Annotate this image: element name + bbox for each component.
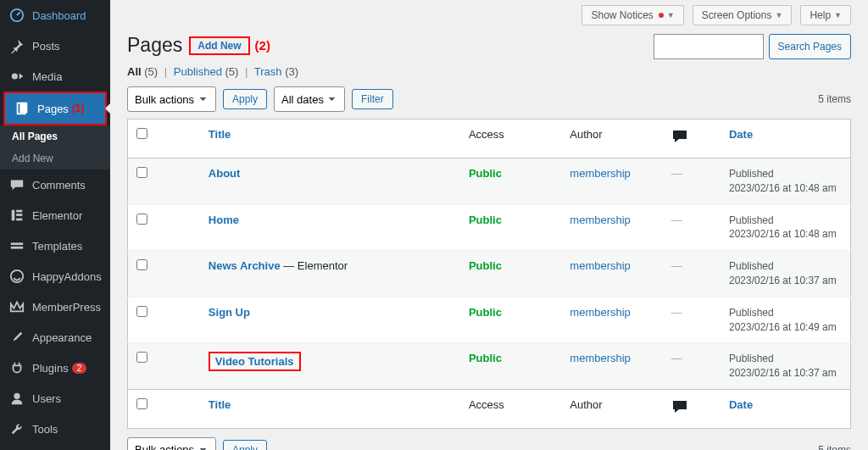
menu-settings[interactable]: Settings bbox=[0, 444, 110, 450]
caret-down-icon: ▼ bbox=[775, 11, 782, 19]
annotation: (2) bbox=[255, 38, 270, 53]
user-icon bbox=[8, 390, 25, 407]
submenu-add-new[interactable]: Add New bbox=[0, 147, 110, 169]
svg-rect-8 bbox=[16, 219, 22, 221]
col-author: Author bbox=[561, 389, 662, 428]
memberpress-icon bbox=[8, 298, 25, 315]
menu-templates[interactable]: Templates bbox=[0, 231, 110, 261]
comment-count: — bbox=[671, 214, 682, 226]
menu-label: Pages bbox=[37, 103, 69, 115]
apply-button-bottom[interactable]: Apply bbox=[223, 440, 267, 450]
menu-comments[interactable]: Comments bbox=[0, 169, 110, 200]
item-count: 5 items bbox=[818, 444, 851, 450]
svg-line-1 bbox=[17, 12, 20, 15]
row-checkbox[interactable] bbox=[136, 306, 147, 317]
menu-memberpress[interactable]: MemberPress bbox=[0, 292, 110, 322]
media-icon bbox=[8, 68, 25, 85]
wrench-icon bbox=[8, 420, 25, 437]
search-input[interactable] bbox=[654, 34, 764, 59]
page-title-link[interactable]: About bbox=[209, 167, 241, 180]
access-label: Public bbox=[469, 306, 502, 319]
elementor-icon bbox=[8, 207, 25, 224]
row-checkbox[interactable] bbox=[136, 214, 147, 225]
comment-count: — bbox=[671, 259, 682, 272]
col-date[interactable]: Date bbox=[729, 398, 753, 411]
menu-pages[interactable]: Pages(1) bbox=[5, 93, 105, 124]
count: (5) bbox=[225, 65, 239, 78]
filter-trash[interactable]: Trash bbox=[254, 65, 282, 78]
menu-tools[interactable]: Tools bbox=[0, 414, 110, 444]
filter-button[interactable]: Filter bbox=[352, 89, 393, 109]
page-title-link[interactable]: Home bbox=[209, 214, 239, 226]
plug-icon bbox=[8, 359, 25, 376]
page-title-link[interactable]: Sign Up bbox=[209, 306, 250, 319]
author-link[interactable]: membership bbox=[570, 352, 631, 364]
pin-icon bbox=[8, 37, 25, 54]
menu-label: Plugins bbox=[32, 362, 69, 375]
page-title-link[interactable]: Video Tutorials bbox=[215, 355, 294, 368]
bulk-action-select[interactable]: Bulk actions bbox=[127, 86, 216, 112]
col-author: Author bbox=[561, 119, 662, 158]
menu-posts[interactable]: Posts bbox=[0, 31, 110, 61]
comment-icon bbox=[671, 402, 688, 419]
menu-dashboard[interactable]: Dashboard bbox=[0, 0, 110, 31]
select-all-checkbox[interactable] bbox=[136, 128, 147, 139]
publish-status: Published bbox=[729, 353, 774, 364]
svg-rect-10 bbox=[11, 247, 23, 249]
menu-elementor[interactable]: Elementor bbox=[0, 200, 110, 231]
col-date[interactable]: Date bbox=[729, 128, 753, 141]
label: Show Notices bbox=[591, 9, 653, 21]
annotation: (1) bbox=[72, 103, 85, 114]
menu-users[interactable]: Users bbox=[0, 383, 110, 414]
search-pages-button[interactable]: Search Pages bbox=[769, 34, 851, 59]
bulk-action-select-bottom[interactable]: Bulk actions bbox=[127, 437, 216, 450]
menu-appearance[interactable]: Appearance bbox=[0, 322, 110, 353]
dashboard-icon bbox=[8, 7, 25, 24]
col-title[interactable]: Title bbox=[209, 128, 231, 141]
access-label: Public bbox=[469, 214, 502, 226]
menu-label: Posts bbox=[32, 40, 60, 53]
row-checkbox[interactable] bbox=[136, 259, 147, 270]
comment-icon bbox=[671, 131, 688, 148]
author-link[interactable]: membership bbox=[570, 306, 631, 319]
page-title: Pages bbox=[127, 34, 182, 57]
menu-media[interactable]: Media bbox=[0, 61, 110, 92]
comment-count: — bbox=[671, 352, 682, 364]
author-link[interactable]: membership bbox=[570, 167, 631, 180]
menu-label: Comments bbox=[32, 179, 86, 192]
menu-happyaddons[interactable]: HappyAddons bbox=[0, 261, 110, 292]
highlight-box: Video Tutorials bbox=[209, 352, 301, 371]
view-filters: All (5) | Published (5) | Trash (3) bbox=[127, 65, 851, 78]
notice-dot-icon bbox=[659, 13, 664, 18]
filter-all[interactable]: All bbox=[127, 65, 142, 78]
publish-status: Published bbox=[729, 307, 774, 319]
show-notices-button[interactable]: Show Notices▼ bbox=[581, 5, 683, 25]
page-title-link[interactable]: News Archive bbox=[209, 259, 281, 272]
comment-icon bbox=[8, 176, 25, 193]
screen-options-button[interactable]: Screen Options▼ bbox=[693, 5, 793, 25]
menu-plugins[interactable]: Plugins2 bbox=[0, 353, 110, 383]
table-row: Video Tutorials Public membership — Publ… bbox=[128, 343, 851, 390]
filter-published[interactable]: Published bbox=[174, 65, 222, 78]
access-label: Public bbox=[469, 167, 502, 180]
table-row: News Archive — Elementor Public membersh… bbox=[128, 251, 851, 297]
select-all-checkbox-bottom[interactable] bbox=[136, 398, 147, 409]
menu-label: HappyAddons bbox=[32, 270, 102, 283]
menu-label: Media bbox=[32, 70, 62, 83]
submenu-all-pages[interactable]: All Pages bbox=[0, 125, 110, 147]
brush-icon bbox=[8, 329, 25, 346]
date-filter-select[interactable]: All dates bbox=[274, 86, 345, 112]
publish-status: Published bbox=[729, 168, 774, 180]
author-link[interactable]: membership bbox=[570, 259, 631, 272]
help-button[interactable]: Help▼ bbox=[800, 5, 851, 25]
main-content: Show Notices▼ Screen Options▼ Help▼ Page… bbox=[110, 0, 868, 450]
row-checkbox[interactable] bbox=[136, 352, 147, 363]
templates-icon bbox=[8, 237, 25, 254]
apply-button[interactable]: Apply bbox=[223, 89, 267, 109]
count: (5) bbox=[144, 65, 158, 78]
update-badge: 2 bbox=[72, 363, 87, 374]
row-checkbox[interactable] bbox=[136, 167, 147, 178]
col-title[interactable]: Title bbox=[209, 398, 231, 411]
add-new-button[interactable]: Add New bbox=[189, 36, 249, 55]
author-link[interactable]: membership bbox=[570, 214, 631, 226]
